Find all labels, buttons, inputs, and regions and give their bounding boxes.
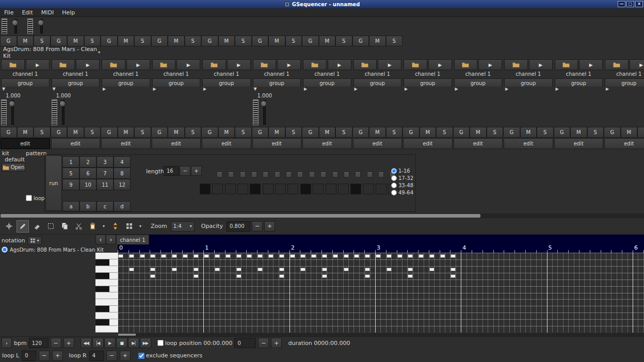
transport-loop-checkbox[interactable] — [157, 340, 164, 346]
pattern-bit-toggle[interactable] — [286, 172, 292, 177]
gms-g-button[interactable]: G — [151, 127, 168, 138]
channel-group-button[interactable]: group — [303, 78, 351, 87]
channel-open-button[interactable] — [605, 59, 629, 70]
menu-help[interactable]: Help — [58, 9, 79, 17]
gms-s-button[interactable]: S — [386, 127, 403, 138]
notation-machine-menu-button[interactable]: ▾ — [27, 236, 42, 245]
range-radio[interactable] — [391, 175, 397, 181]
gms-s-button[interactable]: S — [235, 127, 252, 138]
gms-m-button[interactable]: M — [420, 127, 437, 138]
volume-slider[interactable] — [59, 100, 67, 125]
open-kit-button[interactable]: Open — [2, 163, 25, 172]
channel-expander-collapsed[interactable]: ▶ — [103, 87, 106, 91]
edit-tab-button[interactable]: edit — [504, 138, 553, 149]
matrix-button-7[interactable]: 7 — [96, 168, 114, 179]
channel-group-button[interactable]: group — [152, 78, 201, 87]
note[interactable] — [140, 254, 145, 258]
gms-s-button[interactable]: S — [134, 127, 151, 138]
note[interactable] — [161, 254, 166, 258]
pattern-bit-toggle[interactable] — [344, 172, 349, 177]
channel-open-button[interactable] — [353, 59, 377, 70]
channel-group-button[interactable]: group — [1, 78, 50, 87]
note[interactable] — [279, 254, 284, 258]
piano-key-black[interactable] — [95, 319, 109, 325]
piano-key-white[interactable] — [95, 259, 118, 266]
machine-scrollbar[interactable] — [0, 213, 644, 218]
pattern-pad-button[interactable] — [250, 184, 261, 194]
gms-m-button[interactable]: M — [168, 127, 185, 138]
channel-open-button[interactable] — [1, 59, 25, 70]
note[interactable] — [322, 254, 327, 258]
gms-m-button[interactable]: M — [520, 127, 537, 138]
pattern-pad-button[interactable] — [338, 184, 349, 194]
gms-g-button[interactable]: G — [302, 127, 319, 138]
slider-knob[interactable] — [12, 20, 18, 26]
note[interactable] — [333, 254, 338, 258]
gms-m-button[interactable]: M — [67, 127, 84, 138]
tools-menu-button[interactable] — [123, 220, 135, 233]
length-increment-button[interactable]: + — [191, 166, 202, 176]
note[interactable] — [365, 274, 370, 278]
channel-open-button[interactable] — [504, 59, 528, 70]
channel-group-button[interactable]: group — [555, 78, 603, 87]
note[interactable] — [450, 274, 456, 278]
range-radio[interactable] — [391, 183, 397, 188]
note[interactable] — [194, 274, 199, 278]
note[interactable] — [387, 268, 392, 271]
gms-m-button[interactable]: M — [268, 127, 285, 138]
note[interactable] — [194, 254, 199, 258]
pattern-bit-toggle[interactable] — [355, 172, 361, 177]
pattern-bit-toggle[interactable] — [332, 172, 338, 177]
tab-next-button[interactable]: › — [106, 235, 116, 244]
bank-button-d[interactable]: d — [114, 201, 131, 211]
matrix-button-5[interactable]: 5 — [62, 168, 79, 179]
note[interactable] — [300, 268, 305, 271]
pattern-bit-toggle[interactable] — [251, 172, 257, 177]
channel-group-button[interactable]: group — [253, 78, 301, 87]
gms-s-button[interactable]: S — [537, 127, 554, 138]
matrix-button-1[interactable]: 1 — [62, 156, 79, 168]
channel-play-button[interactable]: ▶ — [26, 59, 50, 70]
pattern-bit-toggle[interactable] — [320, 172, 326, 177]
gms-m-button[interactable]: M — [218, 36, 235, 46]
edit-tab-button[interactable]: edit — [152, 138, 201, 149]
clear-tool-button[interactable] — [30, 220, 43, 233]
pattern-pad-button[interactable] — [300, 184, 311, 194]
gms-m-button[interactable]: M — [218, 127, 235, 138]
matrix-button-11[interactable]: 11 — [96, 179, 114, 190]
close-button[interactable]: × — [635, 1, 643, 7]
note[interactable] — [344, 268, 349, 271]
bank-button-a[interactable]: a — [62, 201, 79, 211]
length-decrement-button[interactable]: − — [180, 166, 190, 176]
piano-key-white[interactable] — [95, 292, 118, 299]
gms-s-button[interactable]: S — [185, 36, 202, 46]
pattern-pad-button[interactable] — [313, 184, 324, 194]
channel-group-button[interactable]: group — [504, 78, 553, 87]
channel-open-button[interactable] — [52, 59, 75, 70]
gms-m-button[interactable]: M — [118, 127, 135, 138]
note[interactable] — [450, 268, 456, 271]
note[interactable] — [236, 268, 242, 271]
matrix-button-9[interactable]: 9 — [62, 179, 79, 190]
bpm-increment-button[interactable]: + — [63, 338, 74, 348]
note[interactable] — [408, 268, 413, 271]
note[interactable] — [418, 254, 424, 258]
channel-expander-collapsed[interactable]: ▶ — [606, 87, 609, 91]
note[interactable] — [215, 268, 220, 271]
matrix-button-10[interactable]: 10 — [79, 179, 96, 190]
position-tool-button[interactable] — [3, 220, 15, 233]
piano-key-white[interactable] — [95, 326, 118, 333]
note[interactable] — [387, 254, 392, 258]
gms-g-button[interactable]: G — [151, 36, 168, 46]
channel-expander-collapsed[interactable]: ▶ — [505, 87, 508, 91]
gms-g-button[interactable]: G — [201, 36, 218, 46]
piano-key-white[interactable] — [95, 266, 118, 273]
note[interactable] — [236, 274, 242, 278]
channel-group-button[interactable]: group — [454, 78, 503, 87]
channel-play-button[interactable]: ▶ — [126, 59, 150, 70]
piano-key-white[interactable] — [95, 306, 118, 312]
note[interactable] — [183, 254, 188, 258]
gms-s-button[interactable]: S — [587, 127, 604, 138]
matrix-button-3[interactable]: 3 — [96, 156, 114, 168]
note[interactable] — [118, 254, 123, 258]
